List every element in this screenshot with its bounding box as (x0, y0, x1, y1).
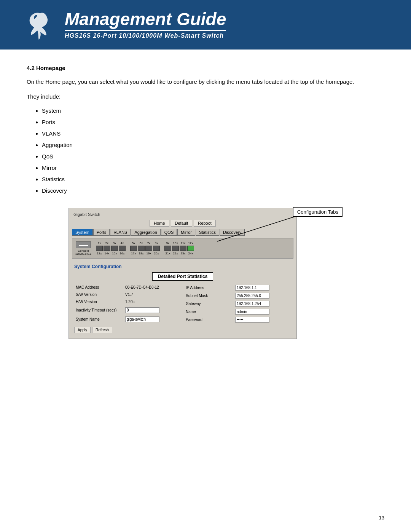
port-1-icon (96, 246, 103, 251)
tab-discovery[interactable]: Discovery (220, 229, 245, 236)
port-label: 13x (96, 252, 103, 255)
port-label: 6x (138, 241, 145, 245)
inactivity-timeout-input[interactable] (125, 307, 159, 313)
page-content: 4.2 Homepage On the Home page, you can s… (0, 50, 411, 362)
field-label: S/W Version (74, 291, 124, 298)
gateway-input[interactable] (235, 301, 269, 307)
table-row: Subnet Mask (184, 292, 291, 300)
switch-ui-container: Configuration Tabs Gigabit Switch Home D… (27, 208, 384, 339)
console-sub: 115200,8,N,1 (75, 252, 91, 255)
table-row: Gateway (184, 300, 291, 308)
system-config-title: System Configuration (74, 264, 291, 269)
port-label: 8x (153, 241, 160, 245)
header-subtitle: HGS16S 16-Port 10/100/1000M Web-Smart Sw… (65, 32, 226, 39)
list-item: Statistics (42, 174, 384, 185)
port-10-icon (172, 246, 179, 251)
header-title: Management Guide (65, 10, 226, 28)
port-label: 7x (145, 241, 152, 245)
port-label: 16x (119, 252, 126, 255)
port-label: 15x (111, 252, 118, 255)
name-input[interactable] (235, 309, 269, 315)
table-row: MAC Address 00-E0-7D-C4-B8-12 (74, 284, 181, 291)
top-buttons-row: Home Default Reboot (72, 220, 293, 227)
port-label: 5x (130, 241, 137, 245)
field-label: H/W Version (74, 298, 124, 305)
section-heading: 4.2 Homepage (27, 65, 384, 71)
port-label: 10x (172, 241, 179, 245)
reboot-button[interactable]: Reboot (194, 220, 215, 227)
refresh-button[interactable]: Refresh (92, 327, 112, 333)
ports-group-9-12: 9x 10x 11x 12x 21x (164, 241, 194, 255)
field-value (234, 300, 291, 308)
default-button[interactable]: Default (171, 220, 193, 227)
subnet-mask-input[interactable] (235, 293, 269, 299)
port-3-icon (111, 246, 118, 251)
list-item: QoS (42, 151, 384, 162)
switch-ui-wrapper: Configuration Tabs Gigabit Switch Home D… (68, 208, 342, 339)
switch-ui-panel: Gigabit Switch Home Default Reboot Syste… (68, 208, 297, 339)
switch-title: Gigabit Switch (72, 211, 293, 217)
system-name-input[interactable] (125, 316, 159, 322)
nav-tabs-row: System Ports VLANS Aggregation QOS Mirro… (72, 229, 293, 236)
ports-group-1-8: 1x 2x 3x 4x 5x 6x 7x 8x (96, 241, 160, 255)
field-label: System Name (74, 315, 124, 324)
list-item: Mirror (42, 162, 384, 174)
port-label: 2x (104, 241, 110, 245)
field-label: Name (184, 308, 234, 316)
feature-list: System Ports VLANS Aggregation QoS Mirro… (27, 105, 384, 197)
port-7-icon (145, 246, 152, 251)
field-label: MAC Address (74, 284, 124, 291)
port-label: 23x (180, 252, 186, 255)
config-tabs-callout: Configuration Tabs (293, 207, 342, 217)
console-block: ▬▬▬ Console 115200,8,N,1 (75, 241, 91, 255)
port-label: 3x (111, 241, 118, 245)
tab-statistics[interactable]: Statistics (196, 229, 219, 236)
table-row: Password (184, 316, 291, 324)
ip-address-input[interactable] (235, 285, 269, 291)
port-label: 24x (187, 252, 194, 255)
field-label: IP Address (184, 284, 234, 292)
apply-button[interactable]: Apply (74, 327, 91, 333)
port-11-icon (180, 246, 186, 251)
password-input[interactable] (235, 317, 269, 323)
port-label: 17x (130, 252, 137, 255)
field-value (234, 316, 291, 324)
field-value (124, 306, 181, 315)
port-2-icon (104, 246, 110, 251)
port-label: 19x (145, 252, 152, 255)
field-value (234, 292, 291, 300)
table-row: Inactivity Timeout (secs) (74, 306, 181, 315)
field-value (234, 284, 291, 292)
home-button[interactable]: Home (150, 220, 169, 227)
table-row: H/W Version 1.20c (74, 298, 181, 305)
tab-qos[interactable]: QOS (161, 229, 177, 236)
page-number: 13 (379, 515, 384, 521)
port-label: 11x (180, 241, 186, 245)
list-item: Discovery (42, 185, 384, 197)
body-text: On the Home page, you can select what yo… (27, 77, 384, 86)
table-row: System Name (74, 315, 181, 324)
tab-ports[interactable]: Ports (93, 229, 110, 236)
port-label: 20x (153, 252, 160, 255)
port-label: 1x (96, 241, 103, 245)
page-header: Management Guide HGS16S 16-Port 10/100/1… (0, 0, 411, 50)
field-label: Subnet Mask (184, 292, 234, 300)
tab-aggregation[interactable]: Aggregation (131, 229, 160, 236)
field-value: 00-E0-7D-C4-B8-12 (124, 284, 181, 291)
port-label: 12x (187, 241, 194, 245)
config-table-left: MAC Address 00-E0-7D-C4-B8-12 S/W Versio… (74, 284, 181, 324)
port-label: 22x (172, 252, 179, 255)
tab-system[interactable]: System (72, 229, 93, 236)
list-item: Aggregation (42, 139, 384, 151)
port-label: 21x (164, 252, 171, 255)
field-label: Gateway (184, 300, 234, 308)
port-8-icon (153, 246, 160, 251)
field-value (124, 315, 181, 324)
table-row: S/W Version V1.7 (74, 291, 181, 298)
field-value: 1.20c (124, 298, 181, 305)
tab-vlans[interactable]: VLANS (110, 229, 131, 236)
config-tabs-label: Configuration Tabs (293, 207, 342, 217)
port-12-icon (187, 246, 194, 251)
tab-mirror[interactable]: Mirror (177, 229, 195, 236)
port-label: 14x (104, 252, 110, 255)
